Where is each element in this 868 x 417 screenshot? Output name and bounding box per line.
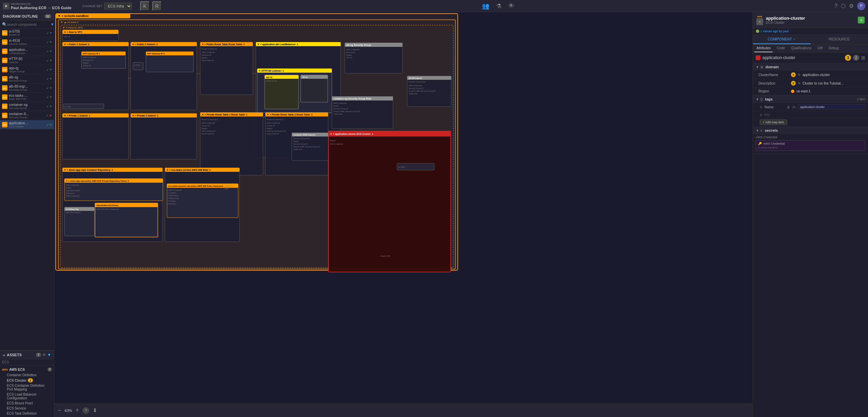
asset-ecs-lb-config[interactable]: ECS Load Balancer Configuration [2,392,52,401]
sidebar-item-alb-sg[interactable]: aws alb-sg Security Group ✓ + [0,74,54,84]
del-icon[interactable]: ✕ [49,114,52,117]
public-rt-rect [200,42,253,95]
sidebar-item-ecs-tasks[interactable]: aws ecs-tasks-... AWS IAM Poli... ✓ + [0,93,54,102]
allow-pull-label: AllowPullForECSTasks [96,204,119,206]
sidebar-item-si5755[interactable]: aws si-5755 Elastic IP ✓ + [0,29,54,38]
sidebar-item-text: ecs-tasks-... AWS IAM Poli... [9,94,45,101]
asset-ecs-service[interactable]: ECS Service [2,406,52,411]
credential-content: 🔑 AWS Credential [758,142,863,145]
rp-tag-key-row: ↳ key [753,111,868,118]
tag-key-name: Name [765,105,785,109]
subtab-diff[interactable]: Diff [815,44,825,52]
flask-icon[interactable]: ⚗ [496,2,502,10]
add-icon[interactable]: + [50,95,52,99]
assets-search-input[interactable] [2,360,52,364]
rp-name-color [756,55,760,60]
rp-tag-name: ↳ Name 🗑 ƒ▷ application-cluster [753,103,868,111]
ecs-tasks-f6: Resource [168,203,176,205]
alb80-ingress-sub: Security Group Role [409,81,426,83]
asset-ecs-mount-point[interactable]: ECS Mount Point [2,401,52,406]
add-icon[interactable]: + [50,67,52,72]
sidebar-item-container-sg[interactable]: aws container-sg Security Group ✓ + [0,102,54,111]
main-layout: DIAGRAM OUTLINE 32 🔍 ▼ aws si-5755 Elast… [0,12,868,417]
profile-avatar[interactable]: P [857,2,865,10]
add-icon[interactable]: + [50,40,52,44]
tab-component[interactable]: COMPONENT ✓ [753,35,811,44]
private-rt2-f3: Region [267,127,272,129]
subtab-code[interactable]: Code [775,44,787,52]
add-icon[interactable]: + [50,31,52,35]
sidebar-item-application-lb[interactable]: aws application... Loadbalancer... ✓ + [0,47,54,56]
add-icon[interactable]: + [50,122,52,127]
diagram-canvas[interactable]: ▼ ≡ si-tools-sandbox ▼ ☁ us-east-1 ▼ ≡ H… [54,12,753,417]
si5755-small-rect [133,62,143,70]
tab-resource-label: RESOURCE [829,37,850,41]
ecs-tasks-assume-label: ecs-tasks-assume-role-policy AWS IAM Pol… [168,185,223,187]
add-icon[interactable]: + [50,76,52,81]
zoom-download-button[interactable]: ⬇ [93,407,97,414]
zoom-out-button[interactable]: − [58,407,61,414]
asset-container-definition[interactable]: Container Definition [2,373,52,378]
tab-resource[interactable]: RESOURCE [811,35,868,44]
asset-ecs-cluster[interactable]: ECS Cluster 1 [2,378,52,383]
ecs-tasks-f4: NotResource [168,197,179,199]
description-value[interactable] [803,81,865,85]
region-value[interactable] [796,89,865,93]
discord-icon[interactable]: ⬡ [841,3,846,9]
add-icon[interactable]: + [50,104,52,109]
clustername-value[interactable] [803,73,865,77]
private-rt1-route: Route to Internet 1 [202,119,219,121]
sidebar-item-application-cluster[interactable]: aws application... ECS Cluster ✓ + [0,120,54,129]
check-icon: ✓ [46,59,49,62]
subtab-debug[interactable]: Debug [827,44,841,52]
zoom-in-button[interactable]: + [76,407,79,414]
rp-header: aws ≡ application-cluster ECS Cluster + [753,12,868,28]
diagram-svg[interactable]: ▼ ≡ si-tools-sandbox ▼ ☁ us-east-1 ▼ ≡ H… [54,12,753,417]
description-edit-icon[interactable]: ✎ [798,81,800,85]
sidebar-item-text: alb-sg Security Group [9,75,45,82]
k-button[interactable]: K [140,1,150,11]
add-icon[interactable]: + [50,49,52,54]
asset-ecs-task-definition[interactable]: ECS Task Definition [2,411,52,416]
sidebar-item-alb80ingr[interactable]: aws alb-80-ingr... Security Group... ✓ + [0,84,54,93]
asset-ecs-container-port[interactable]: ECS Container Definition Port Mapping [2,383,52,392]
sidebar-item-actions: ✓ ✕ [46,114,52,117]
eye-icon[interactable]: 👁 [508,2,514,10]
rp-name-input[interactable] [762,55,843,60]
ecs-allow-tag-sub: AWS IAM Condition [66,212,81,214]
sidebar-item-app-tg[interactable]: aws app-tg Target Group ✓ + [0,65,54,74]
ecs-tasks-f3: NotPrincipal [168,195,178,197]
add-icon[interactable]: + [50,86,52,90]
rp-add-button[interactable]: + [858,17,865,23]
cred-icon: 🔑 [758,142,762,145]
check-icon: ✓ [46,114,49,117]
sidebar-item-si4918[interactable]: aws si-4918 Internet Gatew... ✓ + [0,38,54,47]
filter-icon[interactable]: ▼ [50,22,54,27]
r-button[interactable]: R [152,1,162,11]
zoom-help-button[interactable]: ? [82,407,89,414]
clustername-edit-icon[interactable]: ✎ [798,73,800,77]
add-map-item-button[interactable]: + Add map item [760,120,787,125]
add-icon[interactable]: + [50,58,52,63]
alb-sg-f3: Region [346,54,352,56]
rp-domain-header[interactable]: ▼ ⊞ domain [753,63,868,71]
assets-filter-icon[interactable]: ▼ [47,352,51,357]
assets-clear-icon[interactable]: ✕ [42,352,46,357]
search-input[interactable] [7,23,50,26]
subtab-qualifications[interactable]: Qualifications [789,44,813,52]
aws-section-header[interactable]: aws AWS ECS 7 [2,366,52,373]
sidebar-item-text: application... ECS Cluster [9,121,45,128]
changeset-select[interactable]: ECS Infra [104,3,132,10]
rp-layout-icon[interactable]: ⊞ [861,55,865,60]
people-icon[interactable]: 👥 [482,2,489,10]
subtab-attributes[interactable]: Attributes [754,44,773,52]
help-icon[interactable]: ? [834,3,837,9]
sidebar-item-http80[interactable]: aws HTTP:80 Listener ✓ + [0,56,54,65]
sidebar-item-container8[interactable]: aws container-8... Security Group... ✓ ✕ [0,111,54,120]
sidebar-item-actions: ✓ + [46,76,52,81]
rp-tags-header[interactable]: ▼ {} tags 1 item [753,95,868,103]
settings-icon[interactable]: ⚙ [849,3,854,9]
rp-secrets-header[interactable]: ▼ ≡ secrets [753,127,868,134]
nat-gw1-field2: Allocation ID [83,59,93,61]
tag-del-icon[interactable]: 🗑 [787,105,790,109]
